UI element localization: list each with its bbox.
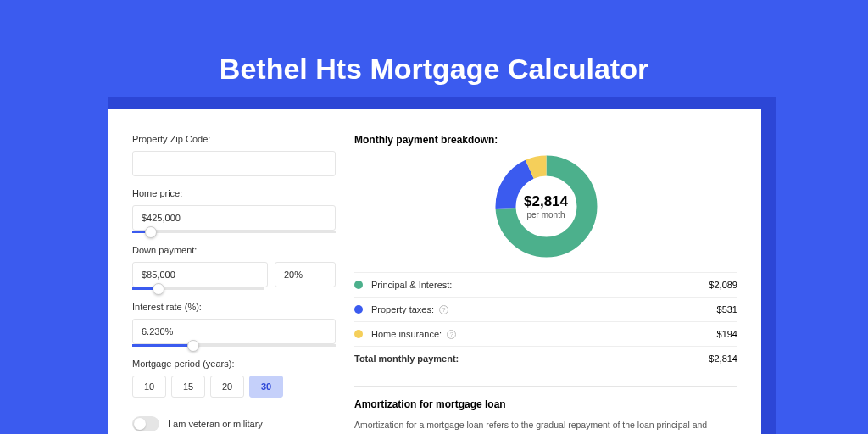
legend: Principal & Interest:$2,089Property taxe… (354, 272, 737, 346)
interest-input[interactable] (132, 319, 336, 344)
donut-caption: per month (526, 210, 565, 220)
down-payment-slider[interactable] (132, 287, 264, 290)
interest-field: Interest rate (%): (132, 302, 336, 347)
total-row: Total monthly payment: $2,814 (354, 346, 737, 370)
amortization-panel: Amortization for mortgage loan Amortizat… (354, 386, 737, 434)
legend-dot-tax (354, 305, 363, 314)
period-option-15[interactable]: 15 (171, 376, 205, 398)
period-option-10[interactable]: 10 (132, 376, 166, 398)
home-price-slider-thumb[interactable] (145, 226, 157, 238)
home-price-label: Home price: (132, 188, 336, 198)
period-option-20[interactable]: 20 (210, 376, 244, 398)
donut-center: $2,814 per month (494, 154, 598, 259)
zip-field: Property Zip Code: (132, 134, 336, 176)
interest-slider[interactable] (132, 344, 336, 347)
period-option-30[interactable]: 30 (249, 376, 283, 398)
down-payment-field: Down payment: (132, 245, 336, 290)
zip-input[interactable] (132, 151, 336, 176)
amortization-body: Amortization for a mortgage loan refers … (354, 419, 737, 434)
amortization-title: Amortization for mortgage loan (354, 398, 737, 410)
home-price-input[interactable] (132, 205, 336, 231)
interest-label: Interest rate (%): (132, 302, 336, 312)
veteran-row: I am veteran or military (132, 416, 336, 431)
interest-slider-fill (132, 344, 193, 347)
calculator-card: Property Zip Code: Home price: Down paym… (108, 108, 761, 434)
down-payment-slider-thumb[interactable] (153, 283, 164, 295)
results-column: Monthly payment breakdown: $2,814 per mo… (354, 134, 737, 434)
interest-slider-thumb[interactable] (187, 340, 199, 352)
veteran-toggle-knob (134, 418, 146, 430)
veteran-label: I am veteran or military (168, 419, 263, 429)
breakdown-panel: Monthly payment breakdown: $2,814 per mo… (354, 134, 737, 370)
info-icon[interactable]: ? (439, 305, 448, 314)
legend-dot-pi (354, 281, 363, 289)
info-icon[interactable]: ? (447, 330, 456, 339)
period-options: 10152030 (132, 376, 336, 398)
down-payment-label: Down payment: (132, 245, 336, 255)
donut-chart: $2,814 per month (494, 154, 598, 259)
down-payment-amount-input[interactable] (132, 262, 268, 287)
page-title: Bethel Hts Mortgage Calculator (0, 0, 868, 86)
breakdown-title: Monthly payment breakdown: (354, 134, 737, 146)
input-column: Property Zip Code: Home price: Down paym… (132, 134, 336, 434)
period-label: Mortgage period (years): (132, 359, 336, 369)
legend-value-tax: $531 (717, 304, 737, 314)
period-field: Mortgage period (years): 10152030 (132, 359, 336, 398)
veteran-toggle[interactable] (132, 416, 159, 431)
home-price-slider[interactable] (132, 231, 336, 233)
legend-label-ins: Home insurance:? (371, 329, 717, 339)
down-payment-percent-input[interactable] (275, 262, 336, 287)
legend-label-tax: Property taxes:? (371, 304, 717, 314)
donut-value: $2,814 (524, 193, 568, 210)
home-price-field: Home price: (132, 188, 336, 233)
donut-chart-wrap: $2,814 per month (354, 154, 737, 259)
legend-row-ins: Home insurance:?$194 (354, 321, 737, 346)
total-label: Total monthly payment: (354, 353, 709, 364)
zip-label: Property Zip Code: (132, 134, 336, 144)
total-value: $2,814 (709, 353, 737, 364)
legend-row-tax: Property taxes:?$531 (354, 297, 737, 321)
legend-value-ins: $194 (717, 329, 737, 339)
legend-value-pi: $2,089 (709, 280, 737, 290)
legend-label-pi: Principal & Interest: (371, 280, 709, 290)
legend-dot-ins (354, 330, 363, 338)
legend-row-pi: Principal & Interest:$2,089 (354, 272, 737, 297)
